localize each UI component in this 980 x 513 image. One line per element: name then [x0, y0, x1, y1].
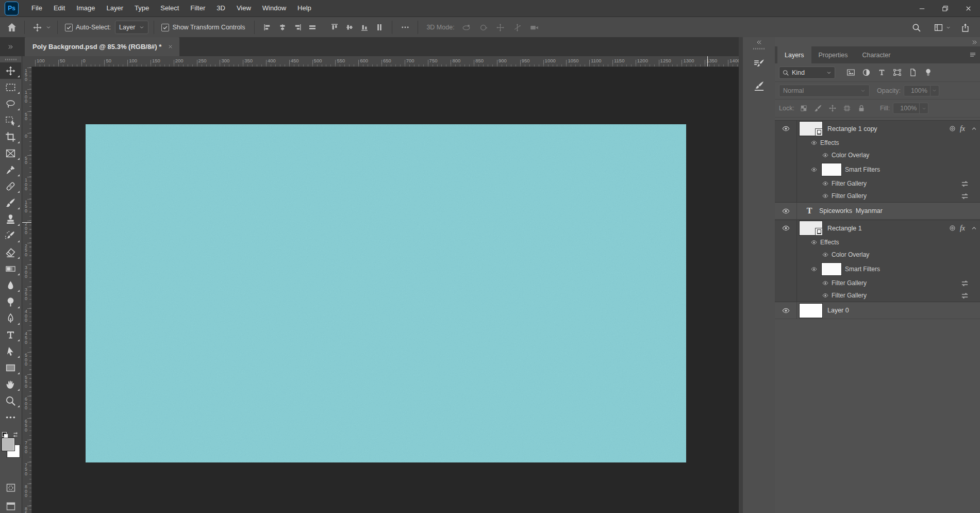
show-transform-checkbox[interactable] [161, 24, 169, 31]
swap-colors-button[interactable] [12, 431, 19, 438]
blur-tool[interactable] [0, 277, 21, 293]
opacity-input[interactable]: 100% [904, 85, 931, 96]
shape-layer-filter-button[interactable] [893, 68, 902, 77]
layer-row[interactable]: Layer 0 [775, 302, 980, 319]
menu-edit[interactable]: Edit [48, 0, 71, 16]
effect-visibility-toggle[interactable] [811, 167, 817, 173]
layer-name[interactable]: Spiceworks Myanmar [819, 207, 883, 214]
horizontal-ruler[interactable]: 1005005010015020025030035040045050055060… [31, 56, 739, 67]
effect-visibility-toggle[interactable] [811, 239, 817, 245]
layer-name[interactable]: Rectangle 1 copy [827, 125, 877, 133]
layer-sub-row[interactable]: Filter Gallery [775, 177, 980, 190]
effect-visibility-toggle[interactable] [822, 180, 828, 187]
type-layer-filter-button[interactable] [877, 68, 886, 77]
dock-divider[interactable] [739, 37, 743, 513]
history-brush-tool[interactable] [0, 227, 21, 244]
layer-thumbnail[interactable] [799, 121, 823, 136]
menu-type[interactable]: Type [129, 0, 155, 16]
document-canvas[interactable] [86, 124, 686, 462]
brush-settings-panel-button[interactable] [743, 55, 775, 73]
tab-properties[interactable]: Properties [811, 46, 855, 63]
foreground-color-swatch[interactable] [2, 438, 14, 451]
pixel-layer-filter-button[interactable] [846, 68, 855, 77]
window-close-button[interactable] [957, 0, 980, 16]
menu-view[interactable]: View [231, 0, 257, 16]
layer-sub-row[interactable]: Effects [775, 137, 980, 149]
menu-window[interactable]: Window [257, 0, 292, 16]
layer-sub-row[interactable]: Filter Gallery [775, 190, 980, 202]
ruler-corner[interactable] [22, 56, 32, 67]
menu-3d[interactable]: 3D [211, 0, 231, 16]
align-left-edges-button[interactable] [260, 21, 275, 34]
document-tab[interactable]: Poly Backgrond.psd @ 85.3% (RGB/8#) * [25, 37, 179, 56]
distribute-vertical-button[interactable] [372, 21, 387, 34]
lock-artboard-button[interactable] [843, 104, 851, 112]
menu-layer[interactable]: Layer [101, 0, 129, 16]
crop-tool[interactable] [0, 128, 21, 145]
dock-grip[interactable] [753, 48, 765, 49]
layer-row[interactable]: Rectangle 1 copyfx [775, 121, 980, 137]
photoshop-logo[interactable]: Ps [5, 2, 19, 15]
filter-blend-options-icon[interactable] [961, 292, 969, 300]
frame-tool[interactable] [0, 145, 21, 161]
slide-3d-camera-button[interactable] [510, 21, 525, 34]
window-restore-button[interactable] [934, 0, 957, 16]
filter-blend-options-icon[interactable] [961, 279, 969, 287]
layer-visibility-toggle[interactable] [782, 207, 790, 215]
brushes-panel-button[interactable] [743, 76, 775, 95]
brush-tool[interactable] [0, 194, 21, 211]
tab-layers[interactable]: Layers [777, 46, 811, 63]
eraser-tool[interactable] [0, 244, 21, 260]
panel-menu-icon[interactable] [969, 51, 977, 59]
gradient-tool[interactable] [0, 260, 21, 277]
menu-select[interactable]: Select [155, 0, 185, 16]
smart-object-filter-button[interactable] [908, 68, 917, 77]
path-selection-tool[interactable] [0, 343, 21, 359]
adjustment-layer-filter-button[interactable] [862, 68, 871, 77]
hand-tool[interactable] [0, 376, 21, 392]
zoom-3d-camera-button[interactable] [527, 21, 542, 34]
layer-name[interactable]: Layer 0 [827, 307, 849, 314]
effect-visibility-toggle[interactable] [822, 152, 828, 158]
more-align-options-button[interactable] [397, 21, 412, 34]
zoom-tool[interactable] [0, 392, 21, 409]
effect-visibility-toggle[interactable] [822, 292, 828, 299]
home-button[interactable] [4, 21, 19, 34]
layer-sub-row[interactable]: Filter Gallery [775, 277, 980, 289]
layer-sub-row[interactable]: Effects [775, 236, 980, 249]
fill-input[interactable]: 100% [893, 103, 920, 114]
blend-mode-select[interactable]: Normal [779, 85, 870, 97]
lock-all-button[interactable] [857, 104, 866, 112]
toolbar-grip[interactable] [5, 59, 16, 60]
layer-thumbnail[interactable] [799, 221, 823, 236]
default-colors-button[interactable] [2, 432, 8, 438]
collapse-dock-button[interactable] [972, 39, 978, 45]
rectangle-tool[interactable] [0, 359, 21, 376]
lock-position-button[interactable] [828, 104, 837, 112]
layer-visibility-toggle[interactable] [782, 307, 790, 315]
fill-dropdown-button[interactable] [920, 103, 928, 114]
opacity-dropdown-button[interactable] [931, 85, 939, 96]
search-button[interactable] [909, 21, 924, 34]
layer-sub-row[interactable]: Color Overlay [775, 249, 980, 261]
dodge-tool[interactable] [0, 293, 21, 310]
lasso-tool[interactable] [0, 95, 21, 112]
lock-image-pixels-button[interactable] [814, 104, 822, 112]
menu-help[interactable]: Help [292, 0, 317, 16]
align-vertical-centers-button[interactable] [342, 21, 357, 34]
current-tool-button[interactable] [30, 21, 45, 34]
filter-blend-options-icon[interactable] [961, 180, 969, 188]
vertical-ruler[interactable]: 1 5 01 0 05 005 01 0 01 5 02 0 02 5 03 0… [22, 67, 32, 513]
layer-row[interactable]: TSpiceworks Myanmar [775, 203, 980, 220]
effect-visibility-toggle[interactable] [822, 280, 828, 286]
share-button[interactable] [958, 21, 973, 34]
layer-sub-row[interactable]: Smart Filters [775, 161, 980, 177]
layer-name[interactable]: Rectangle 1 [827, 225, 862, 232]
filter-mask-thumbnail[interactable] [821, 163, 842, 176]
window-minimize-button[interactable] [910, 0, 934, 16]
filter-mask-thumbnail[interactable] [821, 262, 842, 276]
workspace-switcher-button[interactable] [931, 21, 946, 34]
screen-mode-button[interactable] [0, 499, 22, 513]
lock-transparent-pixels-button[interactable] [800, 104, 808, 112]
quick-mask-button[interactable] [0, 480, 22, 495]
